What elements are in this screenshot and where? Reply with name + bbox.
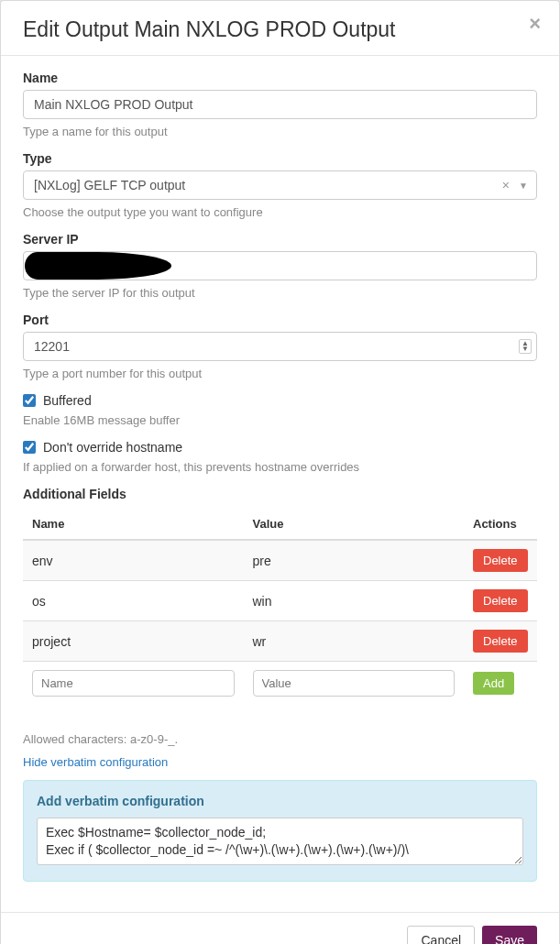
field-value: win <box>244 581 465 621</box>
type-label: Type <box>23 151 537 166</box>
hostname-label: Don't override hostname <box>43 440 182 455</box>
chevron-down-icon[interactable]: ▼ <box>519 181 528 191</box>
new-field-value-input[interactable] <box>253 670 456 697</box>
table-row: project wr Delete <box>23 621 537 662</box>
modal-body: Name Type a name for this output Type [N… <box>1 56 559 944</box>
edit-output-modal: Edit Output Main NXLOG PROD Output × Nam… <box>0 0 560 944</box>
verbatim-panel: Add verbatim configuration <box>23 780 537 882</box>
server-ip-label: Server IP <box>23 232 537 247</box>
delete-button[interactable]: Delete <box>473 589 528 612</box>
additional-fields-table: Name Value Actions env pre Delete os win… <box>23 509 537 705</box>
col-name: Name <box>23 509 244 540</box>
name-label: Name <box>23 71 537 85</box>
table-row: env pre Delete <box>23 540 537 581</box>
clear-type-icon[interactable]: × <box>502 178 510 192</box>
redacted-overlay <box>25 252 171 280</box>
type-select[interactable]: [NXLog] GELF TCP output <box>23 170 537 200</box>
modal-footer: Cancel Save <box>1 912 559 944</box>
hostname-help: If applied on a forwarder host, this pre… <box>23 460 537 474</box>
buffered-checkbox[interactable] <box>23 394 36 407</box>
buffered-label: Buffered <box>43 393 92 408</box>
field-name: env <box>23 540 244 581</box>
port-help: Type a port number for this output <box>23 367 537 380</box>
add-button[interactable]: Add <box>473 672 514 695</box>
buffered-help: Enable 16MB message buffer <box>23 413 537 427</box>
hostname-checkbox[interactable] <box>23 441 36 454</box>
table-row: os win Delete <box>23 581 537 621</box>
verbatim-title: Add verbatim configuration <box>37 794 523 808</box>
save-button[interactable]: Save <box>482 926 537 944</box>
port-label: Port <box>23 313 537 327</box>
port-input[interactable] <box>23 332 537 361</box>
field-value: wr <box>244 621 465 662</box>
cancel-button[interactable]: Cancel <box>407 926 475 944</box>
verbatim-textarea[interactable] <box>37 818 523 865</box>
field-value: pre <box>244 540 465 581</box>
field-name: project <box>23 621 244 662</box>
name-help: Type a name for this output <box>23 125 537 138</box>
toggle-verbatim-link[interactable]: Hide verbatim configuration <box>23 755 168 769</box>
delete-button[interactable]: Delete <box>473 549 528 572</box>
col-actions: Actions <box>464 509 537 540</box>
type-help: Choose the output type you want to confi… <box>23 205 537 219</box>
modal-title: Edit Output Main NXLOG PROD Output <box>23 17 537 42</box>
field-name: os <box>23 581 244 621</box>
new-field-name-input[interactable] <box>32 670 235 697</box>
col-value: Value <box>244 509 465 540</box>
port-stepper[interactable]: ▲▼ <box>519 339 532 354</box>
close-icon[interactable]: × <box>529 14 541 34</box>
additional-fields-heading: Additional Fields <box>23 487 537 501</box>
server-ip-help: Type the server IP for this output <box>23 286 537 300</box>
name-input[interactable] <box>23 90 537 119</box>
delete-button[interactable]: Delete <box>473 630 528 653</box>
add-field-row: Add <box>23 662 537 706</box>
allowed-chars-note: Allowed characters: a-z0-9-_. <box>23 732 537 746</box>
modal-header: Edit Output Main NXLOG PROD Output × <box>1 1 559 56</box>
